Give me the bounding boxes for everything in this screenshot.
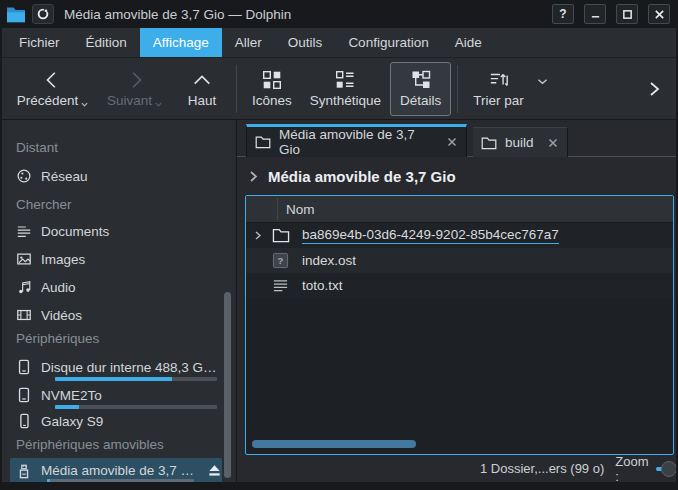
forward-dropdown-icon [154, 101, 163, 108]
sidebar-item-videos[interactable]: Vidéos [16, 303, 219, 327]
text-file-icon [272, 277, 290, 295]
toolbar-separator [457, 65, 458, 113]
dolphin-window: Média amovible de 3,7 Gio — Dolphin ? Fi… [0, 0, 678, 490]
sidebar-item-nvme2to[interactable]: NVME2To [16, 381, 219, 409]
tab-media-amovible[interactable]: Média amovible de 3,7 Gio [246, 124, 467, 157]
sort-icon [488, 70, 510, 90]
section-header-peripheriques: Périphériques [16, 331, 99, 346]
titlebar[interactable]: Média amovible de 3,7 Gio — Dolphin ? [2, 0, 676, 28]
zoom-slider[interactable] [656, 461, 678, 477]
sort-by-button[interactable]: Trier par [464, 62, 553, 116]
menubar: Fichier Édition Affichage Aller Outils C… [2, 28, 676, 58]
column-header-row: Nom [246, 196, 673, 223]
window-title: Média amovible de 3,7 Gio — Dolphin [64, 7, 542, 22]
sidebar-item-images[interactable]: Images [16, 247, 219, 271]
up-button[interactable]: Haut [174, 62, 230, 116]
compact-view-icon [335, 70, 355, 90]
tab-close-icon[interactable] [547, 137, 559, 149]
close-button[interactable] [648, 4, 670, 24]
table-row[interactable]: toto.txt [246, 273, 673, 298]
zoom-label: Zoom : [615, 454, 648, 484]
eject-icon[interactable] [207, 463, 222, 479]
details-view-icon [411, 70, 431, 90]
chevron-right-icon [248, 170, 259, 183]
image-icon [16, 251, 32, 267]
window-bottom-edge [2, 482, 676, 490]
usb-icon [16, 463, 32, 479]
compact-view-button[interactable]: Synthétique [301, 62, 390, 116]
icons-view-icon [262, 70, 282, 90]
sort-dropdown-icon [536, 77, 549, 86]
audio-icon [16, 279, 32, 295]
column-header-nom[interactable]: Nom [286, 202, 315, 217]
help-button[interactable]: ? [552, 4, 574, 24]
sidebar-item-audio[interactable]: Audio [16, 275, 219, 299]
menu-affichage[interactable]: Affichage [140, 28, 222, 57]
document-icon [16, 223, 32, 239]
window-menu-button[interactable] [32, 4, 54, 24]
sidebar-item-reseau[interactable]: Réseau [16, 164, 219, 188]
icons-view-button[interactable]: Icônes [243, 62, 301, 116]
menu-edition[interactable]: Édition [73, 28, 140, 57]
table-row[interactable]: ? index.ost [246, 248, 673, 273]
places-panel: Distant Réseau Chercher Documents Images… [2, 120, 235, 482]
sidebar-item-disque-dur-interne[interactable]: Disque dur interne 488,3 G… [16, 353, 219, 381]
file-list: ba869e4b-03d6-4249-9202-85b4cec767a7 ? i… [246, 223, 673, 298]
menu-fichier[interactable]: Fichier [6, 28, 73, 57]
back-button[interactable]: Précédent [10, 62, 96, 116]
zoom-slider-handle[interactable] [661, 461, 677, 477]
minimize-button[interactable] [584, 4, 606, 24]
section-header-peripheriques-amovibles: Périphériques amovibles [16, 437, 164, 452]
svg-text:?: ? [278, 255, 284, 266]
menu-aide[interactable]: Aide [442, 28, 495, 57]
folder-icon [272, 227, 290, 245]
details-view-button[interactable]: Détails [390, 62, 451, 116]
breadcrumb-location[interactable]: Média amovible de 3,7 Gio [268, 168, 456, 185]
harddisk-icon [16, 359, 32, 375]
back-dropdown-icon [80, 101, 89, 108]
sidebar-item-media-amovible[interactable]: Média amovible de 3,7 … [10, 458, 222, 483]
phone-icon [16, 413, 32, 429]
chevron-right-icon [124, 70, 146, 90]
section-header-distant: Distant [16, 140, 58, 155]
table-row[interactable]: ba869e4b-03d6-4249-9202-85b4cec767a7 [246, 223, 673, 248]
main-panel: Média amovible de 3,7 Gio build Média am… [236, 120, 676, 482]
folder-icon [481, 136, 497, 150]
selection-summary: 1 Dossier,...ers (99 o) [480, 461, 604, 476]
tab-close-icon[interactable] [446, 136, 458, 148]
sidebar-scrollbar[interactable] [224, 292, 231, 478]
tab-bar: Média amovible de 3,7 Gio build [237, 120, 676, 157]
section-header-chercher: Chercher [16, 197, 72, 212]
tab-build[interactable]: build [473, 127, 568, 157]
window-body: Distant Réseau Chercher Documents Images… [2, 120, 676, 482]
network-icon [16, 168, 32, 184]
chevron-up-icon [191, 70, 213, 90]
sidebar-item-galaxy-s9[interactable]: Galaxy S9 [16, 409, 219, 433]
sidebar-item-documents[interactable]: Documents [16, 219, 219, 243]
forward-button[interactable]: Suivant [96, 62, 174, 116]
toolbar-separator [236, 65, 237, 113]
toolbar: Précédent Suivant Haut Icônes Synthétiqu… [2, 58, 676, 120]
unknown-file-icon: ? [272, 252, 290, 270]
column-separator [277, 198, 278, 220]
chevron-left-icon [42, 70, 64, 90]
maximize-button[interactable] [616, 4, 638, 24]
app-folder-icon [6, 5, 26, 23]
expand-arrow-icon[interactable] [253, 230, 263, 241]
menu-aller[interactable]: Aller [222, 28, 275, 57]
menu-outils[interactable]: Outils [275, 28, 336, 57]
menu-configuration[interactable]: Configuration [335, 28, 441, 57]
harddisk-icon [16, 387, 32, 403]
video-icon [16, 307, 32, 323]
status-bar: 1 Dossier,...ers (99 o) Zoom : 7,3 Gio l… [471, 455, 676, 482]
toolbar-overflow-button[interactable] [642, 80, 666, 98]
horizontal-scrollbar[interactable] [252, 440, 416, 448]
breadcrumb[interactable]: Média amovible de 3,7 Gio [237, 157, 676, 195]
folder-icon [255, 135, 271, 149]
folder-view[interactable]: Nom ba869e4b-03d6-4249-9202-85b4cec767a7… [245, 195, 674, 455]
